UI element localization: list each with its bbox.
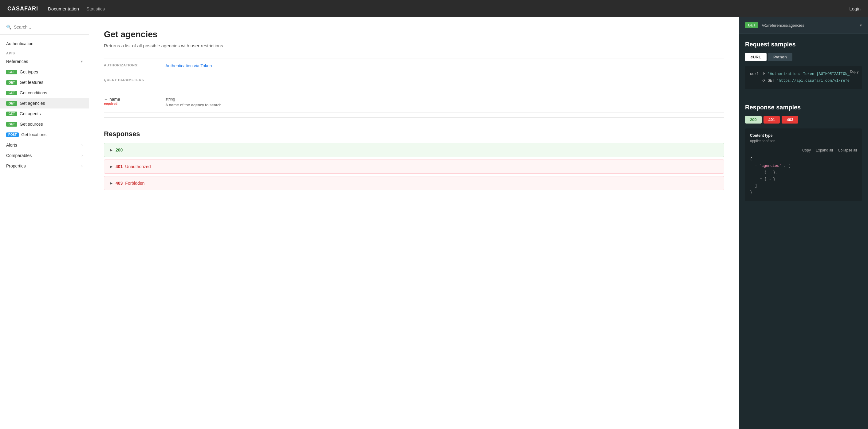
sidebar-item-label: Authentication <box>6 41 83 46</box>
response-content-block: Content type application/json Copy Expan… <box>745 128 862 201</box>
sidebar-item-label: Get types <box>20 69 83 74</box>
response-message-403: Forbidden <box>125 181 145 186</box>
sidebar-item-get-agencies[interactable]: GET Get agencies <box>0 98 89 109</box>
sidebar-item-label: References <box>6 59 81 64</box>
sidebar-item-label: Comparables <box>6 153 82 158</box>
content-type-value: application/json <box>750 139 857 143</box>
top-navigation: CASAFARI Documentation Statistics Login <box>0 0 868 17</box>
page-title: Get agencies <box>104 30 724 39</box>
tab-python[interactable]: Python <box>768 53 793 61</box>
endpoint-path: /v1/references/agencies <box>762 23 860 28</box>
sidebar-item-label: Get agencies <box>20 101 83 106</box>
json-close-brace: } <box>750 189 857 196</box>
json-close-bracket: ] <box>750 183 857 190</box>
response-samples-title: Response samples <box>745 104 862 111</box>
sidebar-item-get-types[interactable]: GET Get types <box>0 67 89 77</box>
chevron-right-icon: ▶ <box>110 181 113 185</box>
sidebar-item-get-sources[interactable]: GET Get sources <box>0 119 89 129</box>
apis-section-label: APIS <box>0 49 89 56</box>
sidebar-item-label: Get locations <box>21 132 83 137</box>
request-samples-title: Request samples <box>745 41 862 48</box>
json-agencies-key: - "agencies" : [ <box>750 163 857 170</box>
chevron-down-icon: ▾ <box>81 59 83 64</box>
sidebar-item-alerts[interactable]: Alerts › <box>0 140 89 150</box>
endpoint-bar: GET /v1/references/agencies ▾ <box>739 17 868 33</box>
response-actions: Copy Expand all Collapse all <box>750 148 857 152</box>
param-type: string <box>165 97 222 101</box>
login-button[interactable]: Login <box>849 6 861 11</box>
param-description: A name of the agency to search. <box>165 103 222 107</box>
sidebar-item-properties[interactable]: Properties › <box>0 161 89 171</box>
curl-code-block: Copy curl -H "Authorization: Token {AUTH… <box>745 66 862 89</box>
sidebar-item-label: Alerts <box>6 143 82 148</box>
authorizations-label: AUTHORIZATIONS: <box>104 63 165 67</box>
right-panel: GET /v1/references/agencies ▾ Request sa… <box>739 17 868 429</box>
sidebar-item-references[interactable]: References ▾ <box>0 56 89 67</box>
response-code-401: 401 <box>116 164 123 169</box>
sidebar: 🔍 Authentication APIS References ▾ GET G… <box>0 17 89 429</box>
collapse-all-action[interactable]: Collapse all <box>838 148 857 152</box>
query-params-section: QUERY PARAMETERS → name required string … <box>104 78 724 118</box>
param-row: → name required string A name of the age… <box>104 92 724 113</box>
resp-tab-401[interactable]: 401 <box>764 116 780 124</box>
request-samples-section: Request samples cURL Python Copy curl -H… <box>739 33 868 96</box>
param-name: → name <box>104 97 165 102</box>
sidebar-item-label: Get agents <box>20 111 83 116</box>
copy-button[interactable]: Copy <box>850 69 859 75</box>
sidebar-item-get-agents[interactable]: GET Get agents <box>0 109 89 119</box>
nav-statistics[interactable]: Statistics <box>86 6 105 11</box>
page-description: Returns a list of all possible agencies … <box>104 43 724 48</box>
json-expand-1[interactable]: + { … }, <box>750 169 857 176</box>
authorizations-row: AUTHORIZATIONS: Authentication via Token <box>104 63 724 71</box>
request-tab-bar: cURL Python <box>745 53 862 61</box>
response-item-200[interactable]: ▶ 200 <box>104 143 724 157</box>
search-input[interactable] <box>14 25 83 30</box>
get-badge: GET <box>6 122 17 127</box>
endpoint-method-badge: GET <box>745 22 758 28</box>
expand-all-action[interactable]: Expand all <box>816 148 833 152</box>
sidebar-item-label: Get features <box>20 80 83 85</box>
sidebar-item-comparables[interactable]: Comparables › <box>0 150 89 161</box>
json-expand-2[interactable]: + { … } <box>750 176 857 183</box>
chevron-down-icon[interactable]: ▾ <box>860 23 862 28</box>
chevron-right-icon: ▶ <box>110 148 113 152</box>
sidebar-item-get-features[interactable]: GET Get features <box>0 77 89 88</box>
get-badge: GET <box>6 80 17 85</box>
sidebar-item-get-locations[interactable]: POST Get locations <box>0 129 89 140</box>
sidebar-item-label: Get conditions <box>20 90 83 95</box>
auth-link[interactable]: Authentication via Token <box>165 63 212 68</box>
resp-tab-200[interactable]: 200 <box>745 116 762 124</box>
chevron-right-icon: ▶ <box>110 164 113 169</box>
response-message-401: Unauthorized <box>125 164 151 169</box>
tab-curl[interactable]: cURL <box>745 53 767 61</box>
param-required-label: required <box>104 102 165 105</box>
json-open-brace: { <box>750 156 857 163</box>
param-arrow-icon: → <box>104 97 108 102</box>
get-badge: GET <box>6 70 17 74</box>
chevron-right-icon: › <box>82 164 83 168</box>
main-content: Get agencies Returns a list of all possi… <box>89 17 739 429</box>
chevron-right-icon: › <box>82 143 83 147</box>
search-container: 🔍 <box>0 22 89 35</box>
content-type-label: Content type <box>750 133 857 138</box>
resp-tab-403[interactable]: 403 <box>782 116 798 124</box>
search-icon: 🔍 <box>6 25 11 30</box>
response-tab-bar: 200 401 403 <box>745 116 862 124</box>
param-name-text: name <box>110 97 120 102</box>
response-code-200: 200 <box>116 148 123 152</box>
get-badge: GET <box>6 101 17 106</box>
response-item-403[interactable]: ▶ 403 Forbidden <box>104 176 724 190</box>
response-item-401[interactable]: ▶ 401 Unauthorized <box>104 159 724 174</box>
sidebar-item-authentication[interactable]: Authentication <box>0 38 89 49</box>
post-badge: POST <box>6 132 19 137</box>
get-badge: GET <box>6 112 17 116</box>
sidebar-item-get-conditions[interactable]: GET Get conditions <box>0 88 89 98</box>
copy-action[interactable]: Copy <box>802 148 811 152</box>
response-samples-section: Response samples 200 401 403 Content typ… <box>739 96 868 208</box>
chevron-right-icon: › <box>82 153 83 158</box>
response-code-403: 403 <box>116 181 123 186</box>
logo: CASAFARI <box>7 5 38 12</box>
sidebar-item-label: Properties <box>6 163 82 168</box>
nav-documentation[interactable]: Documentation <box>48 6 79 11</box>
responses-title: Responses <box>104 130 724 138</box>
